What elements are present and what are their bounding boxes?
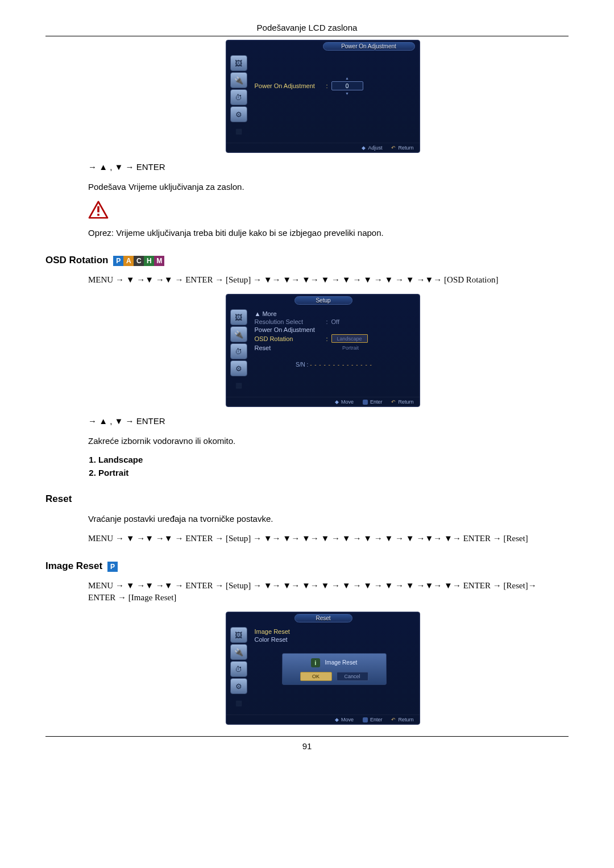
- page-number: 91: [45, 741, 569, 751]
- section-heading-reset: Reset: [45, 493, 569, 505]
- nav-sequence: MENU → ▼ →▼ →▼ → ENTER → [Setup] → ▼→ ▼→…: [88, 580, 557, 604]
- ok-button: OK: [300, 672, 332, 681]
- osd-row-label: Color Reset: [255, 636, 323, 643]
- sn-label: S/N :: [296, 362, 308, 368]
- heading-text: OSD Rotation: [45, 255, 109, 265]
- clock-icon: ⏱: [230, 89, 247, 105]
- hint-enter: Enter: [370, 717, 383, 722]
- multi-icon: ▦: [231, 377, 247, 392]
- osd-more: ▲ More: [255, 310, 323, 317]
- osd-sidebar: 🖼 🔌 ⏱ ⚙ ▦: [226, 52, 251, 143]
- multi-icon: ▦: [231, 695, 247, 710]
- cancel-button: Cancel: [337, 672, 368, 681]
- osd-option-selected: Landscape: [331, 334, 368, 343]
- body-text: Vraćanje postavki uređaja na tvorničke p…: [88, 513, 557, 525]
- osd-row-sep: :: [326, 82, 328, 89]
- mode-p-icon: P: [113, 256, 123, 266]
- osd-confirm-dialog: i Image Reset OK Cancel: [282, 653, 387, 685]
- mode-m-icon: M: [154, 256, 164, 266]
- mode-strip: P: [107, 562, 118, 572]
- multi-icon: ▦: [231, 123, 247, 138]
- option-list: Landscape Portrait: [88, 455, 557, 477]
- picture-icon: 🖼: [230, 627, 247, 643]
- svg-rect-2: [97, 214, 99, 216]
- osd-row-label: OSD Rotation: [255, 335, 323, 342]
- heading-text: Image Reset: [45, 560, 102, 571]
- nav-sequence: MENU → ▼ →▼ →▼ → ENTER → [Setup] → ▼→ ▼→…: [88, 533, 557, 545]
- input-icon: 🔌: [230, 644, 247, 660]
- osd-hint-bar: ◆Move Enter ↶Return: [226, 397, 420, 406]
- hint-move: Move: [341, 399, 354, 405]
- osd-hint-bar: ◆Adjust ↶Return: [226, 143, 420, 152]
- osd-row-label: Resolution Select: [255, 318, 323, 325]
- hint-enter: Enter: [370, 399, 383, 405]
- osd-title: Reset: [294, 614, 352, 622]
- osd-title: Power On Adjustment: [323, 42, 415, 51]
- osd-sidebar: 🖼 🔌 ⏱ ⚙ ▦: [226, 306, 251, 397]
- gear-icon: ⚙: [230, 678, 247, 694]
- osd-screenshot-setup: Setup 🖼 🔌 ⏱ ⚙ ▦ ▲ More Resolution Select…: [226, 294, 420, 407]
- hint-return: Return: [398, 399, 413, 405]
- hint-move: Move: [341, 717, 354, 722]
- header-rule: [45, 36, 569, 36]
- list-item: Landscape: [98, 455, 557, 464]
- sn-value: - - - - - - - - - - - - - -: [310, 362, 372, 368]
- osd-row-label: Power On Adjustment: [255, 326, 323, 333]
- gear-icon: ⚙: [230, 106, 247, 122]
- section-heading-osd-rotation: OSD Rotation P A C H M: [45, 255, 569, 266]
- osd-screenshot-power-on-adjustment: Power On Adjustment 🖼 🔌 ⏱ ⚙ ▦ Power On A…: [226, 40, 420, 153]
- hint-return: Return: [398, 145, 413, 151]
- body-text: Zakreće izbornik vodoravno ili okomito.: [88, 435, 557, 447]
- osd-row-sep: :: [326, 335, 328, 342]
- clock-icon: ⏱: [230, 343, 247, 359]
- clock-icon: ⏱: [230, 661, 247, 677]
- osd-row-value: Off: [331, 318, 339, 325]
- picture-icon: 🖼: [230, 309, 247, 325]
- osd-row-label: Reset: [255, 344, 323, 351]
- osd-screenshot-reset: Reset 🖼 🔌 ⏱ ⚙ ▦ Image Reset Color Reset …: [226, 612, 420, 725]
- list-item: Portrait: [98, 468, 557, 477]
- dialog-title: Image Reset: [325, 659, 358, 666]
- body-text: Oprez: Vrijeme uključivanja treba biti d…: [88, 227, 557, 239]
- osd-option: Portrait: [333, 344, 368, 351]
- mode-strip: P A C H M: [113, 256, 164, 266]
- svg-rect-1: [97, 206, 99, 213]
- osd-sidebar: 🖼 🔌 ⏱ ⚙ ▦: [226, 624, 251, 715]
- osd-title: Setup: [294, 296, 352, 305]
- osd-row-sep: :: [326, 318, 328, 325]
- osd-row-label: Power On Adjustment: [255, 82, 323, 89]
- caret-down-icon: ▼: [345, 92, 349, 95]
- picture-icon: 🖼: [230, 55, 247, 71]
- info-icon: i: [311, 658, 320, 667]
- osd-value-field: ▲ 0 ▼: [331, 81, 363, 90]
- gear-icon: ⚙: [230, 360, 247, 376]
- nav-sequence: → ▲ , ▼ → ENTER: [88, 415, 557, 427]
- warning-icon: [88, 201, 109, 219]
- caret-up-icon: ▲: [345, 76, 349, 80]
- osd-row-label: Image Reset: [255, 628, 323, 635]
- nav-sequence: MENU → ▼ →▼ →▼ → ENTER → [Setup] → ▼→ ▼→…: [88, 274, 557, 286]
- osd-value: 0: [346, 83, 349, 89]
- footer-rule: [45, 736, 569, 737]
- input-icon: 🔌: [230, 72, 247, 88]
- mode-h-icon: H: [144, 256, 154, 266]
- nav-sequence: → ▲ , ▼ → ENTER: [88, 161, 557, 173]
- osd-hint-bar: ◆Move Enter ↶Return: [226, 715, 420, 724]
- mode-c-icon: C: [134, 256, 144, 266]
- page-header: Podešavanje LCD zaslona: [45, 23, 569, 32]
- input-icon: 🔌: [230, 326, 247, 342]
- body-text: Podešava Vrijeme uključivanja za zaslon.: [88, 181, 557, 193]
- hint-return: Return: [398, 717, 413, 722]
- mode-p-icon: P: [107, 562, 118, 572]
- section-heading-image-reset: Image Reset P: [45, 560, 569, 572]
- mode-a-icon: A: [123, 256, 134, 266]
- hint-adjust: Adjust: [368, 145, 382, 151]
